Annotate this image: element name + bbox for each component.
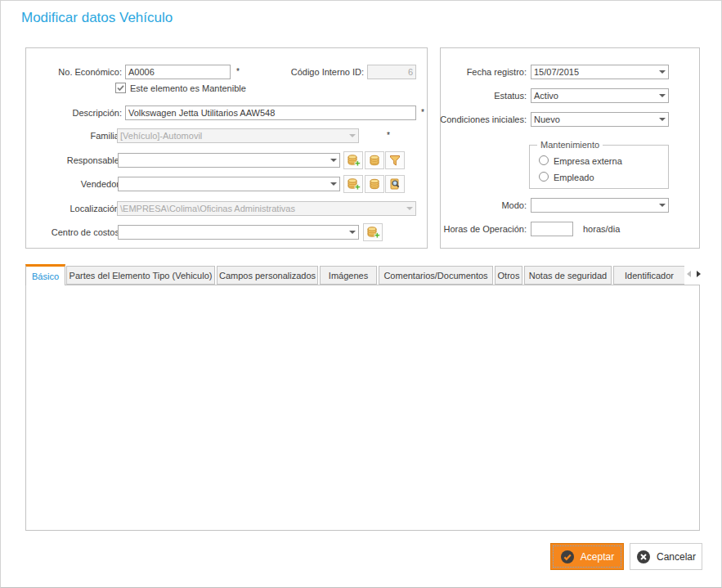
search-icon xyxy=(388,177,401,191)
tab-notas-seguridad[interactable]: Notas de seguridad xyxy=(524,266,612,285)
empleado-label: Empleado xyxy=(554,173,594,182)
checkbox-check-icon xyxy=(116,83,125,92)
familia-combo: [Vehículo]-Automovil xyxy=(117,128,359,143)
vendedor-add-button[interactable] xyxy=(343,175,363,193)
filter-icon xyxy=(388,154,401,167)
modify-vehicle-dialog: Modificar datos Vehículo No. Económico: … xyxy=(0,0,722,588)
database-add-icon xyxy=(347,154,361,168)
descripcion-input[interactable] xyxy=(125,105,416,120)
familia-label: Familia: xyxy=(17,131,122,141)
chevron-left-icon xyxy=(687,271,691,277)
codigo-interno-label: Código Interno ID: xyxy=(259,67,364,77)
chevron-down-icon xyxy=(656,65,668,79)
tab-partes-elemento[interactable]: Partes del Elemento Tipo (Vehiculo) xyxy=(66,266,215,285)
condiciones-label: Condiciones iniciales: xyxy=(408,114,527,124)
mantenimiento-groupbox xyxy=(529,145,669,189)
horas-operacion-suffix: horas/dia xyxy=(583,224,620,234)
empresa-externa-radio[interactable] xyxy=(539,155,549,165)
no-economico-label: No. Económico: xyxy=(17,67,122,77)
modo-label: Modo: xyxy=(408,200,527,210)
aceptar-button[interactable]: Aceptar xyxy=(550,543,624,570)
tab-scroll-right-button[interactable] xyxy=(694,268,703,280)
tab-imagenes[interactable]: Imágenes xyxy=(320,266,377,285)
vendedor-search-button[interactable] xyxy=(385,175,405,193)
chevron-down-icon xyxy=(327,177,339,191)
tab-scroll-left-button xyxy=(684,268,693,280)
chevron-down-icon xyxy=(346,226,358,239)
chevron-down-icon xyxy=(656,113,668,126)
tab-campos-personalizados[interactable]: Campos personalizados xyxy=(217,266,318,285)
fecha-registro-label: Fecha registro: xyxy=(408,67,527,77)
required-marker: * xyxy=(236,67,240,76)
cancelar-label: Cancelar xyxy=(657,551,696,563)
estatus-label: Estatus: xyxy=(408,91,527,101)
empresa-externa-label: Empresa externa xyxy=(554,156,622,166)
mantenible-checkbox[interactable] xyxy=(115,83,126,93)
fecha-registro-combo[interactable]: 15/07/2015 xyxy=(531,65,669,79)
vendedor-combo[interactable] xyxy=(118,177,340,191)
database-icon xyxy=(368,177,381,191)
chevron-down-icon xyxy=(346,129,358,142)
horas-operacion-label: Horas de Operación: xyxy=(408,224,527,234)
chevron-down-icon xyxy=(656,89,668,102)
estatus-combo[interactable]: Activo xyxy=(531,88,669,103)
responsable-add-button[interactable] xyxy=(343,151,363,169)
responsable-label: Responsable: xyxy=(17,155,122,165)
responsable-filter-button[interactable] xyxy=(385,151,405,169)
localizacion-label: Localización: xyxy=(17,204,122,213)
tab-comentarios-documentos[interactable]: Comentarios/Documentos xyxy=(379,266,493,285)
condiciones-combo[interactable]: Nuevo xyxy=(531,112,669,127)
x-circle-icon xyxy=(636,550,651,564)
centro-costos-label: Centro de costos: xyxy=(17,227,122,237)
chevron-right-icon xyxy=(697,271,701,277)
page-title: Modificar datos Vehículo xyxy=(21,10,173,26)
database-add-icon xyxy=(347,177,361,191)
descripcion-label: Descripción: xyxy=(17,108,122,118)
localizacion-combo: \EMPRESA\Colima\Oficinas Administrativas xyxy=(117,201,416,216)
database-icon xyxy=(368,154,381,167)
horas-operacion-input[interactable] xyxy=(531,222,573,236)
basico-tab-panel xyxy=(25,285,700,531)
centro-costos-add-button[interactable] xyxy=(363,223,383,241)
database-add-icon xyxy=(366,226,380,240)
tab-otros[interactable]: Otros xyxy=(495,266,522,285)
cancelar-button[interactable]: Cancelar xyxy=(630,543,702,570)
vendedor-database-button[interactable] xyxy=(365,175,384,193)
mantenimiento-legend: Mantenimiento xyxy=(537,140,603,150)
vendedor-label: Vendedor: xyxy=(17,179,122,189)
tab-basico[interactable]: Básico xyxy=(25,264,65,285)
responsable-combo[interactable] xyxy=(118,153,340,168)
aceptar-label: Aceptar xyxy=(581,551,614,563)
no-economico-input[interactable] xyxy=(125,65,231,79)
modo-combo[interactable] xyxy=(531,198,669,213)
tab-identificador[interactable]: Identificador xyxy=(613,266,684,285)
chevron-down-icon xyxy=(327,154,339,167)
check-circle-icon xyxy=(560,550,575,564)
responsable-database-button[interactable] xyxy=(365,151,384,169)
required-marker: * xyxy=(387,131,390,140)
empleado-radio[interactable] xyxy=(539,172,549,182)
centro-costos-combo[interactable] xyxy=(118,225,359,240)
chevron-down-icon xyxy=(656,199,668,212)
mantenible-label: Este elemento es Mantenible xyxy=(130,83,246,93)
